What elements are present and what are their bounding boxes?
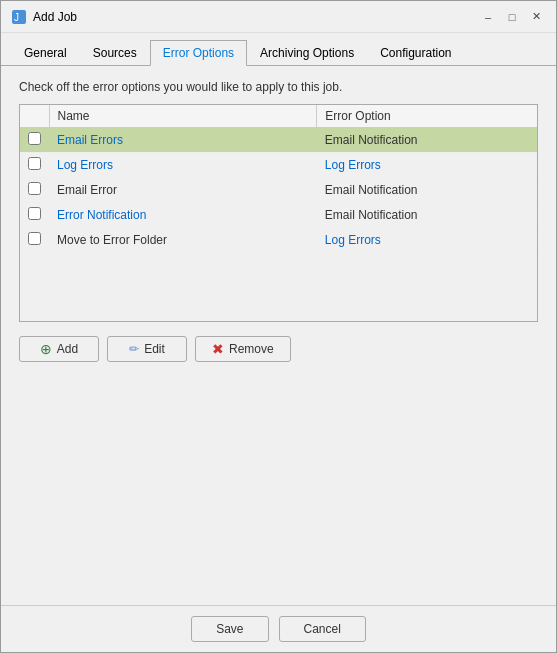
title-bar-controls: – □ ✕ bbox=[478, 7, 546, 27]
save-button[interactable]: Save bbox=[191, 616, 268, 642]
row5-name: Move to Error Folder bbox=[49, 228, 317, 253]
edit-button[interactable]: ✏ Edit bbox=[107, 336, 187, 362]
error-options-table: Name Error Option Email Errors Email Not… bbox=[20, 105, 537, 253]
instruction-text: Check off the error options you would li… bbox=[19, 80, 538, 94]
row3-checkbox-cell bbox=[20, 178, 49, 203]
row3-checkbox[interactable] bbox=[28, 182, 41, 195]
row3-name: Email Error bbox=[49, 178, 317, 203]
row1-checkbox-cell bbox=[20, 128, 49, 153]
edit-label: Edit bbox=[144, 342, 165, 356]
tab-error-options[interactable]: Error Options bbox=[150, 40, 247, 66]
row4-checkbox-cell bbox=[20, 203, 49, 228]
row1-option: Email Notification bbox=[317, 128, 537, 153]
error-options-table-container: Name Error Option Email Errors Email Not… bbox=[19, 104, 538, 322]
row4-option: Email Notification bbox=[317, 203, 537, 228]
row5-checkbox[interactable] bbox=[28, 232, 41, 245]
table-row: Error Notification Email Notification bbox=[20, 203, 537, 228]
tab-configuration[interactable]: Configuration bbox=[367, 40, 464, 66]
add-button[interactable]: ⊕ Add bbox=[19, 336, 99, 362]
title-bar-left: J Add Job bbox=[11, 9, 77, 25]
main-content: Check off the error options you would li… bbox=[1, 66, 556, 605]
tab-bar: General Sources Error Options Archiving … bbox=[1, 33, 556, 66]
row5-option: Log Errors bbox=[317, 228, 537, 253]
footer: Save Cancel bbox=[1, 605, 556, 652]
row2-checkbox-cell bbox=[20, 153, 49, 178]
add-label: Add bbox=[57, 342, 78, 356]
table-row: Move to Error Folder Log Errors bbox=[20, 228, 537, 253]
close-button[interactable]: ✕ bbox=[526, 7, 546, 27]
row3-option: Email Notification bbox=[317, 178, 537, 203]
main-window: J Add Job – □ ✕ General Sources Error Op… bbox=[0, 0, 557, 653]
cancel-button[interactable]: Cancel bbox=[279, 616, 366, 642]
remove-label: Remove bbox=[229, 342, 274, 356]
spacer bbox=[19, 376, 538, 592]
row4-checkbox[interactable] bbox=[28, 207, 41, 220]
col-header-name: Name bbox=[49, 105, 317, 128]
col-header-checkbox bbox=[20, 105, 49, 128]
tab-sources[interactable]: Sources bbox=[80, 40, 150, 66]
row1-checkbox[interactable] bbox=[28, 132, 41, 145]
row5-checkbox-cell bbox=[20, 228, 49, 253]
action-buttons: ⊕ Add ✏ Edit ✖ Remove bbox=[19, 332, 538, 366]
add-icon: ⊕ bbox=[40, 341, 52, 357]
row1-name: Email Errors bbox=[49, 128, 317, 153]
row2-name: Log Errors bbox=[49, 153, 317, 178]
edit-icon: ✏ bbox=[129, 342, 139, 356]
table-row: Email Error Email Notification bbox=[20, 178, 537, 203]
svg-text:J: J bbox=[14, 12, 19, 23]
app-icon: J bbox=[11, 9, 27, 25]
maximize-button[interactable]: □ bbox=[502, 7, 522, 27]
title-bar: J Add Job – □ ✕ bbox=[1, 1, 556, 33]
row4-name: Error Notification bbox=[49, 203, 317, 228]
table-row: Email Errors Email Notification bbox=[20, 128, 537, 153]
row2-checkbox[interactable] bbox=[28, 157, 41, 170]
remove-icon: ✖ bbox=[212, 341, 224, 357]
row2-option: Log Errors bbox=[317, 153, 537, 178]
minimize-button[interactable]: – bbox=[478, 7, 498, 27]
col-header-option: Error Option bbox=[317, 105, 537, 128]
window-title: Add Job bbox=[33, 10, 77, 24]
tab-general[interactable]: General bbox=[11, 40, 80, 66]
table-row: Log Errors Log Errors bbox=[20, 153, 537, 178]
remove-button[interactable]: ✖ Remove bbox=[195, 336, 291, 362]
tab-archiving-options[interactable]: Archiving Options bbox=[247, 40, 367, 66]
